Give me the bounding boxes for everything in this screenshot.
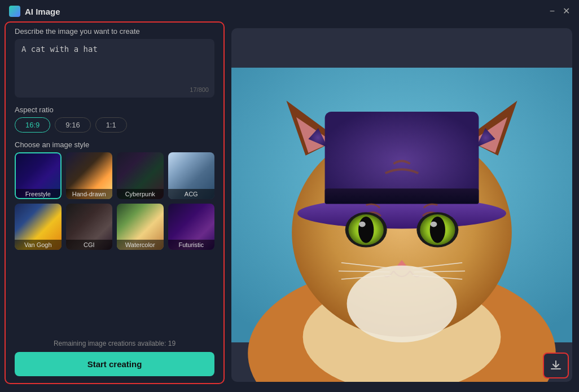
style-item-watercolor[interactable]: Watercolor [117, 204, 164, 250]
style-grid: Freestyle Hand-drawn Cyberpunk ACG Van G… [15, 152, 214, 250]
main-layout: Describe the image you want to create A … [0, 21, 579, 389]
minimize-button[interactable]: − [550, 7, 555, 16]
app-logo [9, 6, 20, 17]
prompt-input[interactable]: A cat with a hat [21, 45, 208, 90]
style-label-cgi: CGI [66, 240, 113, 250]
svg-point-15 [358, 217, 374, 243]
ratio-9-16[interactable]: 9:16 [55, 117, 90, 133]
start-creating-button[interactable]: Start creating [15, 352, 214, 376]
title-bar: AI Image − ✕ [0, 0, 579, 21]
prompt-area: A cat with a hat 17/800 [15, 39, 214, 98]
left-panel: Describe the image you want to create A … [5, 21, 225, 384]
generated-image-container [231, 28, 572, 382]
style-item-freestyle[interactable]: Freestyle [15, 152, 62, 199]
style-item-vangogh[interactable]: Van Gogh [15, 204, 62, 250]
svg-point-16 [359, 222, 366, 227]
style-item-cgi[interactable]: CGI [66, 204, 113, 250]
svg-point-28 [347, 266, 457, 342]
ratio-16-9[interactable]: 16:9 [15, 117, 50, 133]
style-label: Choose an image style [15, 140, 214, 149]
char-count: 17/800 [190, 86, 209, 93]
style-section: Choose an image style Freestyle Hand-dra… [15, 140, 214, 250]
ratio-1-1[interactable]: 1:1 [95, 117, 127, 133]
prompt-label: Describe the image you want to create [15, 27, 214, 36]
svg-point-20 [431, 222, 437, 227]
remaining-text: Remaining image creations available: 19 [15, 340, 214, 347]
style-item-futuristic[interactable]: Futuristic [168, 204, 215, 250]
style-label-cyberpunk: Cyberpunk [117, 189, 164, 199]
ratio-buttons: 16:9 9:16 1:1 [15, 117, 214, 133]
style-label-futuristic: Futuristic [168, 240, 215, 250]
style-label-acg: ACG [168, 189, 215, 199]
aspect-ratio-label: Aspect ratio [15, 105, 214, 114]
style-item-cyberpunk[interactable]: Cyberpunk [117, 152, 164, 199]
style-item-handdrawn[interactable]: Hand-drawn [66, 152, 113, 199]
style-item-acg[interactable]: ACG [168, 152, 215, 199]
svg-rect-10 [325, 188, 479, 204]
app-title: AI Image [25, 7, 60, 16]
aspect-ratio-section: Aspect ratio 16:9 9:16 1:1 [15, 105, 214, 133]
svg-point-19 [430, 217, 445, 243]
style-label-watercolor: Watercolor [117, 240, 164, 250]
cat-image [231, 28, 572, 382]
close-button[interactable]: ✕ [563, 7, 570, 16]
style-label-handdrawn: Hand-drawn [66, 189, 113, 199]
right-panel [225, 21, 579, 389]
window-controls: − ✕ [550, 7, 570, 16]
download-button[interactable] [543, 353, 569, 378]
style-label-freestyle: Freestyle [15, 189, 62, 199]
prompt-section: Describe the image you want to create A … [15, 27, 214, 98]
style-label-vangogh: Van Gogh [15, 240, 62, 250]
download-icon [550, 359, 562, 372]
